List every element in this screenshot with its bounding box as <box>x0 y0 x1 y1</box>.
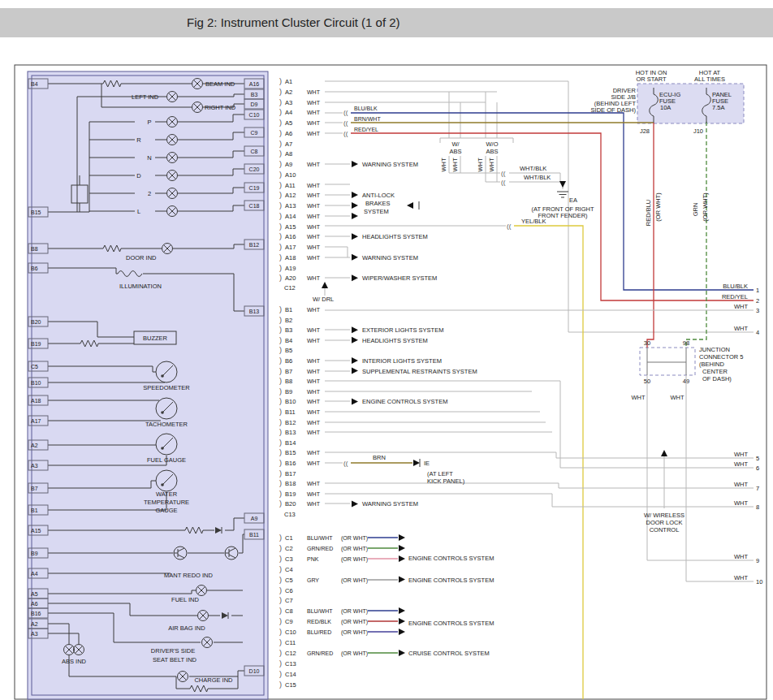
pin-bracket: ) <box>279 628 282 636</box>
cluster-pin-label: C9 <box>251 130 258 136</box>
wire-alt-label: (OR WHT) <box>341 535 368 542</box>
pin-bracket: ) <box>279 387 282 395</box>
cluster-pin-label: B9 <box>31 551 38 556</box>
cluster-pin-label: A5 <box>31 591 38 597</box>
terminal-number: 3 <box>756 307 759 314</box>
pin-bracket: ) <box>279 98 282 106</box>
wire-alt-label: (OR WHT) <box>654 192 662 222</box>
wire-color-label: WHT <box>451 158 459 171</box>
pin-label: B8 <box>285 378 292 385</box>
pin-label: C8 <box>285 607 293 615</box>
pin-bracket: ) <box>279 459 282 467</box>
wire-color-label: WHT <box>307 501 321 507</box>
gauge-pivot <box>161 411 164 414</box>
ground-ie-label: (AT LEFT <box>427 470 453 477</box>
pin-bracket: ) <box>279 490 282 498</box>
system-label: BRAKES <box>365 200 390 207</box>
pin-label: B11 <box>285 408 296 416</box>
wire-color-label: WHT <box>307 89 321 95</box>
system-label: ENGINE CONTROLS SYSTEM <box>408 555 494 562</box>
indicator-label: AIR BAG IND <box>168 624 205 632</box>
pin-bracket: ) <box>279 617 282 625</box>
pin-bracket: ) <box>279 469 282 477</box>
wire-color-label: WHT <box>307 234 321 240</box>
wire-color-label: WHT <box>307 203 321 209</box>
pin-label: B5 <box>285 347 292 354</box>
wire-color-label: WHT <box>307 131 321 136</box>
cluster-pin-label: C10 <box>249 112 260 118</box>
wire-color-label: WHT <box>307 409 321 415</box>
wire-color-label: BRN <box>373 454 386 461</box>
cluster-pin-label: D10 <box>249 668 260 674</box>
inline-connector-glyph: (( <box>343 130 348 137</box>
pin-label: B16 <box>285 460 296 467</box>
pin-bracket: ) <box>279 88 282 96</box>
pin-bracket: ) <box>279 576 282 584</box>
pin-bracket: ) <box>279 129 282 137</box>
indicator-label: DRIVER'S SIDE <box>151 647 195 655</box>
inline-connector-glyph: (( <box>501 170 506 177</box>
junction-connector-label: CONNECTOR 5 <box>699 353 743 361</box>
pin-bracket: ) <box>279 367 282 375</box>
gauge-label: WATER <box>156 490 178 498</box>
junction-connector-label: JUNCTION <box>699 346 730 353</box>
pin-bracket: ) <box>279 555 282 563</box>
cluster-pin-label: C8 <box>251 149 258 154</box>
pin-label: B13 <box>285 429 296 436</box>
pin-label: B14 <box>285 439 296 447</box>
wire-color-label: WHT <box>307 338 321 344</box>
with-drl-label: W/ DRL <box>313 296 334 303</box>
pin-label: B20 <box>285 500 296 508</box>
cluster-pin-label: A3 <box>31 463 38 469</box>
gear-position-label: P <box>147 119 151 126</box>
cluster-pin-label: B20 <box>31 319 41 325</box>
wire-color-label: BLU/BLK <box>723 283 748 290</box>
cluster-pin-label: B15 <box>31 210 41 215</box>
system-label: CRUISE CONTROL SYSTEM <box>408 650 490 657</box>
gauge-label: FUEL GAUGE <box>147 456 186 464</box>
cluster-pin-label: A2 <box>31 621 38 627</box>
wire-color-label: WHT <box>734 451 748 458</box>
page: Fig 2: Instrument Cluster Circuit (1 of … <box>0 0 773 700</box>
pin-bracket: ) <box>279 565 282 573</box>
wire-color-label: WHT <box>734 553 748 560</box>
cluster-pin-label: A2 <box>31 443 38 448</box>
gauge-pivot <box>161 483 164 486</box>
wire-color-label: RED/BLK <box>307 619 331 624</box>
cluster-pin-label: C18 <box>249 203 260 209</box>
system-label: WARNING SYSTEM <box>362 500 418 508</box>
junction-pin-label: 50 <box>644 378 650 385</box>
gear-position-label: 2 <box>148 190 151 197</box>
system-label: ENGINE CONTROLS SYSTEM <box>408 620 494 627</box>
inline-connector-glyph: (( <box>343 119 348 127</box>
junction-pin-label: 30 <box>644 339 650 347</box>
pin-bracket: ) <box>279 534 282 542</box>
indicator-label: CHARGE IND <box>194 676 233 684</box>
cluster-pin-label: A18 <box>31 398 41 404</box>
cluster-pin-label: D9 <box>251 102 258 107</box>
pin-bracket: ) <box>279 418 282 426</box>
wire-color-label: GRN <box>692 203 699 217</box>
cluster-pin-label: B3 <box>251 92 258 97</box>
wiring-diagram: B4B15B8B6B20B19C5B10A18A17A2A3B7B1A15B9A… <box>0 0 773 700</box>
cluster-pin-label: A6 <box>31 601 38 607</box>
wire-color-label: BLU/WHT <box>307 535 333 541</box>
wireless-door-lock-label: CONTROL <box>650 526 680 534</box>
terminal-number: 1 <box>756 287 759 294</box>
pin-label: A8 <box>285 150 292 158</box>
cluster-pin-label: B12 <box>249 242 260 248</box>
cluster-pin-label: B11 <box>249 532 259 538</box>
junction-pin-label: 98 <box>683 339 689 347</box>
terminal-number: 7 <box>756 485 759 492</box>
pin-label: B15 <box>285 449 296 456</box>
wire-color-label: BLU/BLK <box>354 106 378 111</box>
pin-bracket: ) <box>279 408 282 416</box>
pin-bracket: ) <box>279 544 282 552</box>
pin-bracket: ) <box>279 140 282 148</box>
pin-label: C1 <box>285 534 293 542</box>
pin-label: A7 <box>285 140 292 148</box>
pin-bracket: ) <box>279 119 282 127</box>
system-label: WARNING SYSTEM <box>362 254 418 261</box>
wire-color-label: WHT/BLK <box>524 174 551 181</box>
wire-color-label: WHT <box>307 358 321 364</box>
